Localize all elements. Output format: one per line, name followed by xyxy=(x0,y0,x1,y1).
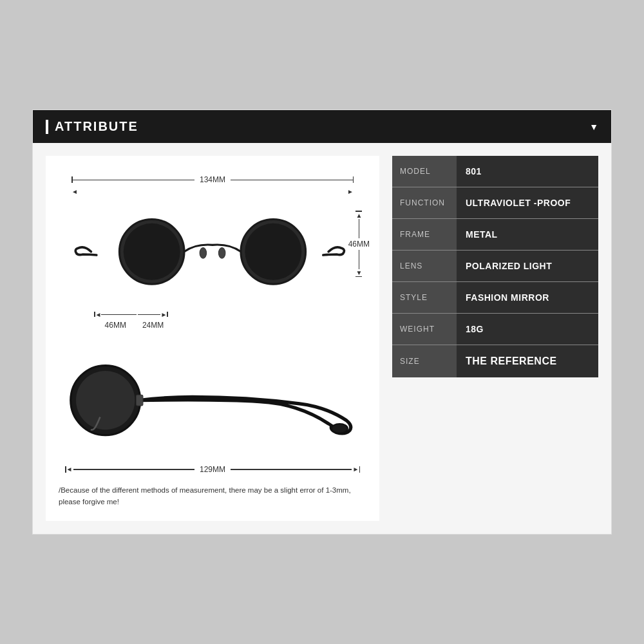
spec-label-function: FUNCTION xyxy=(392,187,457,218)
dimension-46mm-width: 46MM xyxy=(105,321,126,330)
spec-value-function: ULTRAVIOLET -PROOF xyxy=(457,187,598,218)
spec-row-weight: WEIGHT18G xyxy=(392,314,598,345)
svg-point-4 xyxy=(200,248,206,259)
spec-value-frame: METAL xyxy=(457,219,598,250)
spec-row-size: SIZETHE REFERENCE xyxy=(392,345,598,377)
sunglasses-top-view-wrapper: ▲ 46MM ▼ xyxy=(59,198,366,306)
sunglasses-side-svg xyxy=(59,349,366,465)
spec-value-style: FASHION MIRROR xyxy=(457,282,598,313)
bottom-measurements: ◄ 46MM ► 24MM xyxy=(59,311,366,330)
svg-point-3 xyxy=(245,223,301,280)
spec-row-model: MODEL801 xyxy=(392,156,598,187)
spec-label-lens: LENS xyxy=(392,251,457,281)
content-area: 134MM ◄ ► xyxy=(33,143,611,533)
svg-rect-8 xyxy=(137,395,143,406)
header-title: ATTRIBUTE xyxy=(46,119,138,134)
height-arrow-container: ▲ 46MM ▼ xyxy=(348,211,370,277)
disclaimer-text: /Because of the different methods of mea… xyxy=(59,484,366,508)
attribute-header: ATTRIBUTE ▼ xyxy=(33,110,611,143)
side-view-container: ◄ 129MM ► xyxy=(59,349,366,474)
svg-point-9 xyxy=(332,424,348,433)
dimension-46mm-height: 46MM xyxy=(348,240,370,249)
spec-value-size: THE REFERENCE xyxy=(457,345,598,377)
svg-point-5 xyxy=(218,248,225,259)
spec-row-function: FUNCTIONULTRAVIOLET -PROOF xyxy=(392,187,598,219)
spec-label-weight: WEIGHT xyxy=(392,314,457,345)
product-attribute-card: ATTRIBUTE ▼ 134MM ◄ xyxy=(32,109,612,534)
dimension-134mm: 134MM xyxy=(194,175,231,184)
spec-row-lens: LENSPOLARIZED LIGHT xyxy=(392,251,598,282)
spec-label-style: STYLE xyxy=(392,282,457,313)
sunglasses-top-svg xyxy=(71,198,354,306)
spec-value-model: 801 xyxy=(457,156,598,187)
spec-value-weight: 18G xyxy=(457,314,598,345)
collapse-arrow[interactable]: ▼ xyxy=(589,122,598,132)
dimension-129mm-row: ◄ 129MM ► xyxy=(59,465,366,474)
spec-label-model: MODEL xyxy=(392,156,457,187)
diagram-panel: 134MM ◄ ► xyxy=(46,156,379,520)
svg-point-1 xyxy=(124,223,180,280)
dimension-129mm: 129MM xyxy=(194,465,231,474)
dimension-24mm: 24MM xyxy=(142,321,164,330)
top-view-container: 134MM ◄ ► xyxy=(59,175,366,330)
spec-value-lens: POLARIZED LIGHT xyxy=(457,251,598,281)
spec-label-frame: FRAME xyxy=(392,219,457,250)
spec-label-size: SIZE xyxy=(392,345,457,377)
spec-row-style: STYLEFASHION MIRROR xyxy=(392,282,598,314)
svg-point-7 xyxy=(76,371,135,430)
spec-table: MODEL801FUNCTIONULTRAVIOLET -PROOFFRAMEM… xyxy=(392,156,598,520)
spec-row-frame: FRAMEMETAL xyxy=(392,219,598,251)
